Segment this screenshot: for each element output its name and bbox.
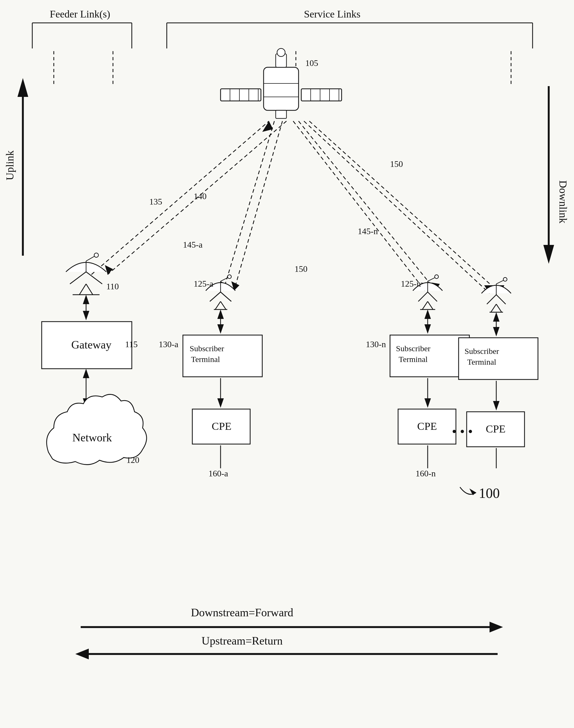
sub-terminal-a-text-2: Terminal (191, 355, 220, 363)
upstream-label: Upstream=Return (201, 635, 282, 647)
diagram: Feeder Link(s) Service Links Uplink Down… (0, 0, 574, 728)
cpe-far-text: CPE (486, 423, 505, 435)
label-125a: 125-a (194, 279, 213, 289)
svg-rect-17 (301, 89, 341, 101)
gateway-box-id-label: 115 (125, 339, 138, 349)
label-135: 135 (149, 197, 162, 206)
svg-point-101 (503, 277, 507, 281)
sub-terminal-far-text-1: Subscriber (464, 347, 499, 355)
service-links-label: Service Links (304, 8, 361, 20)
satellite-id-label: 105 (305, 58, 318, 68)
downstream-label: Downstream=Forward (191, 606, 293, 619)
label-140: 140 (194, 191, 207, 201)
label-160a: 160-a (208, 468, 228, 478)
svg-point-69 (228, 275, 231, 278)
gateway-text: Gateway (71, 339, 111, 351)
svg-rect-28 (276, 110, 286, 118)
sub-terminal-far-text-2: Terminal (467, 357, 496, 366)
svg-rect-16 (220, 89, 261, 101)
cpe-a-text: CPE (212, 420, 231, 432)
ellipsis-text: • • • (452, 424, 473, 439)
downlink-label: Downlink (557, 180, 569, 223)
sub-terminal-n-text-2: Terminal (399, 355, 428, 363)
uplink-label: Uplink (4, 150, 16, 180)
gateway-dish-id-label: 110 (106, 281, 119, 291)
label-150b: 150 (294, 264, 308, 274)
feeder-links-label: Feeder Link(s) (50, 8, 110, 20)
cpe-n-text: CPE (417, 420, 437, 432)
label-145a: 145-a (183, 240, 203, 250)
figure-number: 100 (479, 486, 500, 501)
svg-rect-15 (263, 67, 298, 110)
label-160n: 160-n (416, 468, 436, 478)
label-150a: 150 (390, 159, 403, 169)
label-145n: 145-n (358, 226, 378, 236)
svg-point-54 (94, 253, 98, 257)
svg-point-27 (277, 48, 285, 56)
network-id-label: 120 (126, 455, 139, 465)
sub-terminal-n-text-1: Subscriber (396, 344, 430, 353)
svg-point-85 (435, 275, 439, 278)
label-125n-mid: 125-n (401, 279, 421, 289)
sub-terminal-a-text-1: Subscriber (190, 344, 224, 353)
label-130a: 130-a (159, 339, 178, 349)
label-130n: 130-n (366, 339, 386, 349)
network-text: Network (72, 431, 112, 444)
